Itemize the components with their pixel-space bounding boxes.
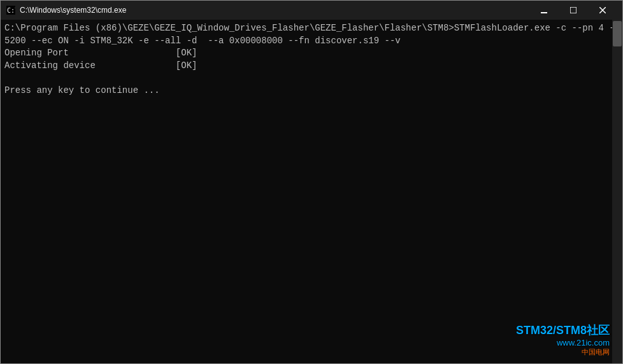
watermark-line2: www.21ic.com <box>557 338 610 347</box>
scrollbar[interactable] <box>612 20 622 363</box>
svg-rect-2 <box>541 12 547 13</box>
console-area[interactable]: C:\Program Files (x86)\GEZE\GEZE_IQ_Wind… <box>1 20 622 363</box>
window-controls <box>529 1 617 20</box>
svg-text:C:\: C:\ <box>7 7 15 14</box>
scrollbar-thumb[interactable] <box>613 21 622 46</box>
close-button[interactable] <box>588 1 617 20</box>
cmd-window: C:\ C:\Windows\system32\cmd.exe <box>0 0 623 364</box>
minimize-button[interactable] <box>529 1 559 20</box>
watermark: STM32/STM8社区 www.21ic.com 中国电网 <box>516 323 610 357</box>
console-output: C:\Program Files (x86)\GEZE\GEZE_IQ_Wind… <box>4 22 619 97</box>
watermark-line3: 中国电网 <box>582 347 610 357</box>
title-bar: C:\ C:\Windows\system32\cmd.exe <box>1 1 622 20</box>
cmd-icon: C:\ <box>6 5 16 15</box>
window-title: C:\Windows\system32\cmd.exe <box>20 6 529 15</box>
watermark-line1: STM32/STM8社区 <box>516 323 610 338</box>
svg-rect-3 <box>570 7 576 13</box>
maximize-button[interactable] <box>559 1 588 20</box>
